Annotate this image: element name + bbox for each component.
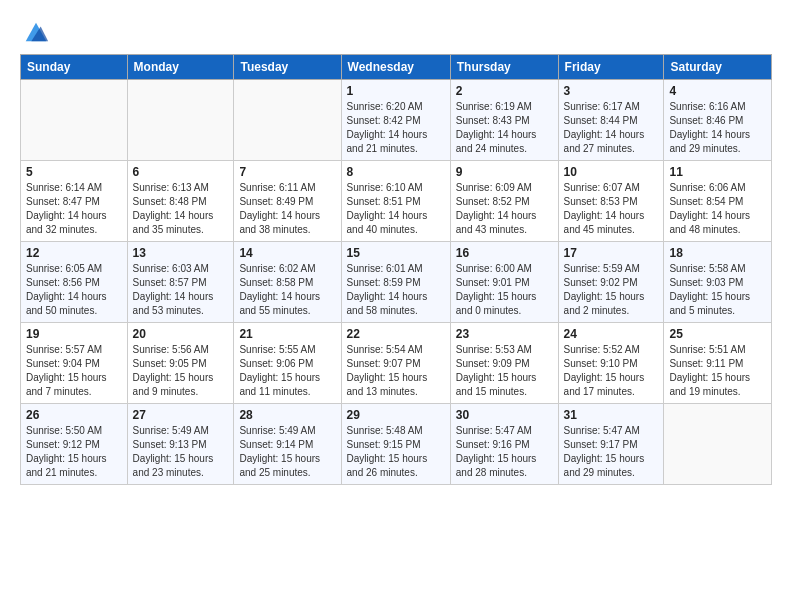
day-number: 26	[26, 408, 122, 422]
cell-content: Sunrise: 6:03 AM Sunset: 8:57 PM Dayligh…	[133, 262, 229, 318]
cell-content: Sunrise: 5:52 AM Sunset: 9:10 PM Dayligh…	[564, 343, 659, 399]
cell-content: Sunrise: 5:48 AM Sunset: 9:15 PM Dayligh…	[347, 424, 445, 480]
cell-content: Sunrise: 5:49 AM Sunset: 9:13 PM Dayligh…	[133, 424, 229, 480]
calendar-cell: 29Sunrise: 5:48 AM Sunset: 9:15 PM Dayli…	[341, 404, 450, 485]
day-number: 25	[669, 327, 766, 341]
day-number: 9	[456, 165, 553, 179]
day-number: 12	[26, 246, 122, 260]
logo	[20, 18, 50, 42]
cell-content: Sunrise: 6:02 AM Sunset: 8:58 PM Dayligh…	[239, 262, 335, 318]
day-number: 30	[456, 408, 553, 422]
calendar-cell: 31Sunrise: 5:47 AM Sunset: 9:17 PM Dayli…	[558, 404, 664, 485]
calendar-cell: 5Sunrise: 6:14 AM Sunset: 8:47 PM Daylig…	[21, 161, 128, 242]
day-number: 11	[669, 165, 766, 179]
calendar-cell: 18Sunrise: 5:58 AM Sunset: 9:03 PM Dayli…	[664, 242, 772, 323]
cell-content: Sunrise: 6:11 AM Sunset: 8:49 PM Dayligh…	[239, 181, 335, 237]
day-number: 21	[239, 327, 335, 341]
day-header-sunday: Sunday	[21, 55, 128, 80]
cell-content: Sunrise: 5:47 AM Sunset: 9:16 PM Dayligh…	[456, 424, 553, 480]
cell-content: Sunrise: 5:55 AM Sunset: 9:06 PM Dayligh…	[239, 343, 335, 399]
cell-content: Sunrise: 6:16 AM Sunset: 8:46 PM Dayligh…	[669, 100, 766, 156]
day-number: 14	[239, 246, 335, 260]
calendar-cell	[234, 80, 341, 161]
calendar-cell: 19Sunrise: 5:57 AM Sunset: 9:04 PM Dayli…	[21, 323, 128, 404]
day-number: 24	[564, 327, 659, 341]
day-number: 8	[347, 165, 445, 179]
cell-content: Sunrise: 6:13 AM Sunset: 8:48 PM Dayligh…	[133, 181, 229, 237]
calendar-cell: 16Sunrise: 6:00 AM Sunset: 9:01 PM Dayli…	[450, 242, 558, 323]
cell-content: Sunrise: 5:53 AM Sunset: 9:09 PM Dayligh…	[456, 343, 553, 399]
calendar-cell: 11Sunrise: 6:06 AM Sunset: 8:54 PM Dayli…	[664, 161, 772, 242]
calendar-table: SundayMondayTuesdayWednesdayThursdayFrid…	[20, 54, 772, 485]
calendar-cell	[664, 404, 772, 485]
day-number: 20	[133, 327, 229, 341]
page: SundayMondayTuesdayWednesdayThursdayFrid…	[0, 0, 792, 495]
cell-content: Sunrise: 5:49 AM Sunset: 9:14 PM Dayligh…	[239, 424, 335, 480]
day-number: 10	[564, 165, 659, 179]
cell-content: Sunrise: 6:20 AM Sunset: 8:42 PM Dayligh…	[347, 100, 445, 156]
cell-content: Sunrise: 5:51 AM Sunset: 9:11 PM Dayligh…	[669, 343, 766, 399]
week-row-5: 26Sunrise: 5:50 AM Sunset: 9:12 PM Dayli…	[21, 404, 772, 485]
day-number: 5	[26, 165, 122, 179]
cell-content: Sunrise: 6:06 AM Sunset: 8:54 PM Dayligh…	[669, 181, 766, 237]
calendar-cell	[21, 80, 128, 161]
day-number: 1	[347, 84, 445, 98]
calendar-cell: 26Sunrise: 5:50 AM Sunset: 9:12 PM Dayli…	[21, 404, 128, 485]
calendar-cell: 30Sunrise: 5:47 AM Sunset: 9:16 PM Dayli…	[450, 404, 558, 485]
day-header-tuesday: Tuesday	[234, 55, 341, 80]
day-header-thursday: Thursday	[450, 55, 558, 80]
calendar-cell: 28Sunrise: 5:49 AM Sunset: 9:14 PM Dayli…	[234, 404, 341, 485]
day-header-saturday: Saturday	[664, 55, 772, 80]
calendar-cell: 14Sunrise: 6:02 AM Sunset: 8:58 PM Dayli…	[234, 242, 341, 323]
calendar-cell: 25Sunrise: 5:51 AM Sunset: 9:11 PM Dayli…	[664, 323, 772, 404]
calendar-cell: 23Sunrise: 5:53 AM Sunset: 9:09 PM Dayli…	[450, 323, 558, 404]
week-row-2: 5Sunrise: 6:14 AM Sunset: 8:47 PM Daylig…	[21, 161, 772, 242]
cell-content: Sunrise: 5:47 AM Sunset: 9:17 PM Dayligh…	[564, 424, 659, 480]
calendar-cell: 27Sunrise: 5:49 AM Sunset: 9:13 PM Dayli…	[127, 404, 234, 485]
day-number: 13	[133, 246, 229, 260]
calendar-cell: 22Sunrise: 5:54 AM Sunset: 9:07 PM Dayli…	[341, 323, 450, 404]
cell-content: Sunrise: 6:07 AM Sunset: 8:53 PM Dayligh…	[564, 181, 659, 237]
calendar-cell: 9Sunrise: 6:09 AM Sunset: 8:52 PM Daylig…	[450, 161, 558, 242]
day-number: 15	[347, 246, 445, 260]
calendar-cell: 10Sunrise: 6:07 AM Sunset: 8:53 PM Dayli…	[558, 161, 664, 242]
day-number: 3	[564, 84, 659, 98]
cell-content: Sunrise: 6:01 AM Sunset: 8:59 PM Dayligh…	[347, 262, 445, 318]
cell-content: Sunrise: 6:09 AM Sunset: 8:52 PM Dayligh…	[456, 181, 553, 237]
day-number: 4	[669, 84, 766, 98]
week-row-1: 1Sunrise: 6:20 AM Sunset: 8:42 PM Daylig…	[21, 80, 772, 161]
cell-content: Sunrise: 5:57 AM Sunset: 9:04 PM Dayligh…	[26, 343, 122, 399]
cell-content: Sunrise: 5:54 AM Sunset: 9:07 PM Dayligh…	[347, 343, 445, 399]
header-row: SundayMondayTuesdayWednesdayThursdayFrid…	[21, 55, 772, 80]
cell-content: Sunrise: 5:50 AM Sunset: 9:12 PM Dayligh…	[26, 424, 122, 480]
day-number: 18	[669, 246, 766, 260]
cell-content: Sunrise: 6:19 AM Sunset: 8:43 PM Dayligh…	[456, 100, 553, 156]
day-number: 22	[347, 327, 445, 341]
calendar-cell: 3Sunrise: 6:17 AM Sunset: 8:44 PM Daylig…	[558, 80, 664, 161]
calendar-cell: 7Sunrise: 6:11 AM Sunset: 8:49 PM Daylig…	[234, 161, 341, 242]
day-number: 17	[564, 246, 659, 260]
cell-content: Sunrise: 5:56 AM Sunset: 9:05 PM Dayligh…	[133, 343, 229, 399]
week-row-4: 19Sunrise: 5:57 AM Sunset: 9:04 PM Dayli…	[21, 323, 772, 404]
cell-content: Sunrise: 6:00 AM Sunset: 9:01 PM Dayligh…	[456, 262, 553, 318]
day-number: 7	[239, 165, 335, 179]
calendar-cell: 6Sunrise: 6:13 AM Sunset: 8:48 PM Daylig…	[127, 161, 234, 242]
day-header-wednesday: Wednesday	[341, 55, 450, 80]
calendar-cell	[127, 80, 234, 161]
calendar-cell: 8Sunrise: 6:10 AM Sunset: 8:51 PM Daylig…	[341, 161, 450, 242]
calendar-cell: 1Sunrise: 6:20 AM Sunset: 8:42 PM Daylig…	[341, 80, 450, 161]
day-number: 2	[456, 84, 553, 98]
day-number: 19	[26, 327, 122, 341]
cell-content: Sunrise: 6:10 AM Sunset: 8:51 PM Dayligh…	[347, 181, 445, 237]
calendar-cell: 24Sunrise: 5:52 AM Sunset: 9:10 PM Dayli…	[558, 323, 664, 404]
calendar-cell: 4Sunrise: 6:16 AM Sunset: 8:46 PM Daylig…	[664, 80, 772, 161]
cell-content: Sunrise: 6:17 AM Sunset: 8:44 PM Dayligh…	[564, 100, 659, 156]
day-header-friday: Friday	[558, 55, 664, 80]
calendar-cell: 15Sunrise: 6:01 AM Sunset: 8:59 PM Dayli…	[341, 242, 450, 323]
cell-content: Sunrise: 6:05 AM Sunset: 8:56 PM Dayligh…	[26, 262, 122, 318]
day-number: 28	[239, 408, 335, 422]
day-number: 29	[347, 408, 445, 422]
calendar-cell: 2Sunrise: 6:19 AM Sunset: 8:43 PM Daylig…	[450, 80, 558, 161]
day-number: 23	[456, 327, 553, 341]
week-row-3: 12Sunrise: 6:05 AM Sunset: 8:56 PM Dayli…	[21, 242, 772, 323]
